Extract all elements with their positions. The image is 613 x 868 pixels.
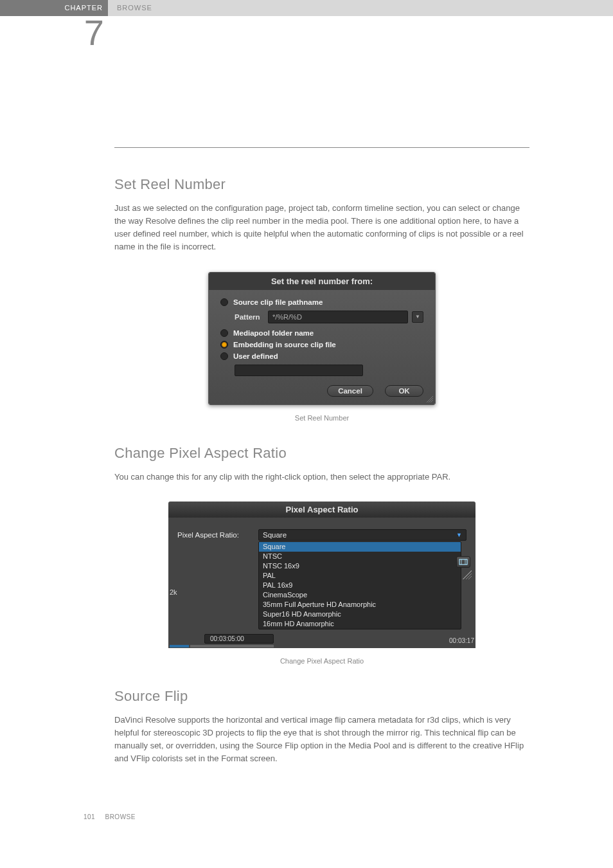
section-body-flip: DaVinci Resolve supports the horizontal … [114, 714, 529, 766]
radio-source-pathname[interactable]: Source clip file pathname [220, 296, 423, 308]
figure-caption-reel: Set Reel Number [114, 414, 529, 422]
par-dropdown-list: Square NTSC NTSC 16x9 PAL PAL 16x9 Cinem… [258, 541, 461, 629]
radio-label: Mediapool folder name [233, 329, 314, 337]
dialog-title: Set the reel number from: [209, 273, 435, 290]
timeline-scrub[interactable] [170, 645, 274, 647]
par-option-cinemascope[interactable]: CinemaScope [259, 590, 461, 600]
par-option-pal16x9[interactable]: PAL 16x9 [259, 581, 461, 590]
par-option-16mm[interactable]: 16mm HD Anamorphic [259, 619, 461, 629]
section-body-par: You can change this for any clip with th… [114, 471, 529, 484]
radio-user-defined[interactable]: User defined [220, 350, 423, 362]
chevron-down-icon: ▼ [456, 532, 462, 538]
par-selected-value: Square [263, 531, 287, 539]
par-option-square[interactable]: Square [259, 542, 461, 552]
chevron-down-icon: ▼ [415, 314, 420, 320]
par-option-super16[interactable]: Super16 HD Anamorphic [259, 610, 461, 619]
clip-icon [459, 558, 468, 566]
pixel-aspect-ratio-dialog: Pixel Aspect Ratio Pixel Aspect Ratio: S… [168, 502, 475, 648]
section-title-par: Change Pixel Aspect Ratio [114, 445, 529, 462]
set-reel-number-dialog: Set the reel number from: Source clip fi… [208, 272, 436, 405]
dialog-title: Pixel Aspect Ratio [168, 502, 475, 518]
pattern-dropdown-button[interactable]: ▼ [412, 311, 423, 323]
pattern-input[interactable]: */%R/%D [268, 311, 408, 323]
par-option-ntsc16x9[interactable]: NTSC 16x9 [259, 561, 461, 571]
svg-rect-0 [459, 559, 467, 565]
radio-label: Source clip file pathname [233, 298, 323, 306]
pattern-label: Pattern [235, 313, 264, 321]
radio-icon-selected [220, 341, 228, 348]
timecode-left: 00:03:05:00 [204, 634, 274, 644]
left-indicator: 2k [170, 588, 177, 596]
radio-icon [220, 329, 228, 337]
figure-caption-par: Change Pixel Aspect Ratio [114, 657, 529, 665]
par-option-35mm[interactable]: 35mm Full Aperture HD Anamorphic [259, 600, 461, 610]
par-option-pal[interactable]: PAL [259, 571, 461, 581]
radio-label: User defined [233, 352, 278, 360]
par-label: Pixel Aspect Ratio: [177, 531, 252, 539]
radio-embedding-source[interactable]: Embedding in source clip file [220, 339, 423, 350]
section-title-flip: Source Flip [114, 688, 529, 705]
section-title-reel: Set Reel Number [114, 176, 529, 193]
par-option-ntsc[interactable]: NTSC [259, 552, 461, 561]
radio-mediapool-folder[interactable]: Mediapool folder name [220, 327, 423, 339]
par-select[interactable]: Square ▼ [258, 529, 466, 541]
user-defined-input[interactable] [235, 365, 363, 376]
radio-label: Embedding in source clip file [233, 341, 336, 348]
browse-label: BROWSE [108, 0, 613, 16]
timecode-right: 00:03:17 [449, 637, 474, 644]
radio-icon [220, 298, 228, 306]
section-body-reel: Just as we selected on the configuration… [114, 202, 529, 254]
chapter-number: 7 [0, 15, 108, 51]
section-divider [114, 147, 529, 148]
resize-grip-icon[interactable] [463, 570, 472, 579]
action-button-1[interactable] [456, 556, 470, 568]
par-footer: 00:03:05:00 00:03:17 [168, 632, 475, 648]
ok-button[interactable]: OK [385, 385, 423, 397]
cancel-button[interactable]: Cancel [327, 385, 373, 397]
radio-icon [220, 352, 228, 360]
